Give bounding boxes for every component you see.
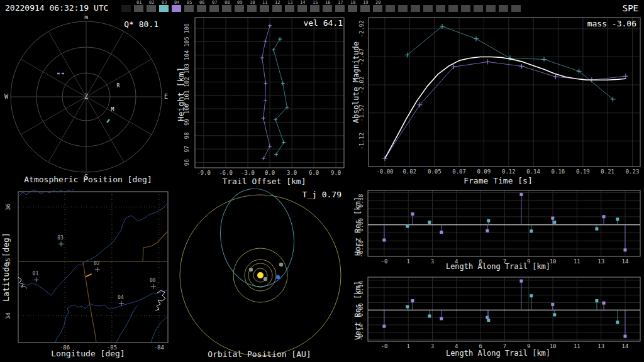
venus-dot [249,268,253,272]
grid [368,277,640,341]
x-tick-label: -9.0 [197,170,211,176]
series-station-2-obs [404,24,615,102]
vert-ylabel: Vert Res [km] [353,276,362,345]
point-marker [274,153,278,156]
map-station-02: 02 [94,261,100,272]
station-box-label: 13 [287,0,292,5]
station-box-empty [121,5,131,12]
polar-spoke [21,59,86,97]
cardinal-label: N [84,16,88,20]
point-marker [474,36,479,41]
station-box-17 [335,5,345,12]
map-station-03: 03 [57,235,64,246]
station-box-label: 18 [350,0,355,5]
station-marker [95,267,100,272]
residual-marker [602,302,605,305]
residual-marker [440,231,443,234]
station-box-label: 20 [375,0,380,5]
point-marker [623,74,628,79]
tick-labels: -0134679101113140.140.00-0.14 [358,281,628,349]
station-box-unlabeled [386,5,395,12]
station-box-unlabeled [499,5,508,12]
station-box-label: 14 [300,0,305,5]
station-box-12 [272,5,282,12]
mars-dot [279,263,283,266]
station-box-10 [247,5,257,12]
y-tick-label: 36 [5,204,11,211]
model-fit-curve [385,57,626,159]
series-line [262,26,270,158]
mag-xlabel: Frame Time [s] [352,177,644,185]
residual-marker [623,335,626,338]
station-box-unlabeled [448,5,458,12]
horz-residuals-panel: -0134679101113140.180.00-0.18 [352,186,644,269]
station-box-16 [323,5,332,12]
horz-xlabel: Length Along Trail [km] [352,262,644,271]
cardinal-label: E [164,93,168,100]
station-box-label: 04 [174,0,179,5]
station-box-unlabeled [461,5,470,12]
map-station-01: 01 [33,271,39,282]
station-box-unlabeled [486,5,496,12]
station-box-09 [235,5,244,12]
ground-map-panel: -86-85-843435360102030408 [0,189,176,362]
station-box-label: 08 [225,0,230,5]
grid [368,190,640,256]
pointer-label: R [117,83,120,89]
residual-marker [616,217,619,221]
residual-marker [487,319,490,322]
residual-marker [553,221,556,224]
x-tick-label: 0.05 [428,168,441,175]
point-marker [260,56,264,60]
x-tick-label: -6.0 [219,170,233,176]
polar-spoke [48,97,86,162]
polar-spoke [21,97,86,134]
residual-marker [519,280,523,283]
residual-marker [382,325,386,328]
polar-spoke [48,31,86,97]
grid [18,192,168,343]
point-marker [278,37,282,41]
station-box-label: 06 [199,0,204,5]
residual-marker [519,193,523,196]
atmospheric-position-panel: NSEWZRM [0,16,176,189]
station-box-label: 03 [162,0,167,5]
point-marker [282,140,286,144]
x-tick-label: 0.0 [265,170,275,176]
point-marker [264,40,267,43]
station-box-04 [172,5,181,12]
mercury-dot [264,277,267,281]
x-tick-label: 0.19 [576,168,590,175]
residual-marker [406,225,409,228]
map-white-feature [18,277,27,288]
x-tick-label: 0.23 [626,168,640,175]
residual-marker [595,299,598,302]
station-box-label: 15 [313,0,318,5]
y-tick-label: 96 [184,159,190,166]
point-marker [519,63,525,69]
status-bar: 20220914 06:32:19 UTC 010203040506070809… [0,0,644,15]
station-box-05 [184,5,194,12]
residual-marker [411,212,414,216]
station-box-15 [310,5,319,12]
residual-marker [530,294,533,297]
x-tick-label: 0.12 [502,168,516,175]
station-box-unlabeled [436,5,445,12]
station-marker [33,277,38,282]
station-box-label: 10 [250,0,255,5]
vert-residuals-panel: -0134679101113140.140.00-0.14 [352,269,644,362]
station-box-02 [147,5,156,12]
river [18,203,168,295]
height-trail-offset-panel: -9.0-6.0-3.00.03.06.09.09697989910010110… [176,16,352,189]
station-box-unlabeled [474,5,483,12]
station-id-label: 03 [57,235,64,241]
tick-labels: -0.000.020.050.070.090.120.140.160.190.2… [358,20,639,175]
residual-marker [486,229,489,233]
x-tick-label: 0.14 [526,168,540,175]
residual-marker [382,239,386,242]
station-box-08 [222,5,231,12]
point-marker [486,59,491,64]
y-tick-label: 105 [184,36,190,47]
point-marker [272,48,275,52]
station-marker [58,241,64,246]
